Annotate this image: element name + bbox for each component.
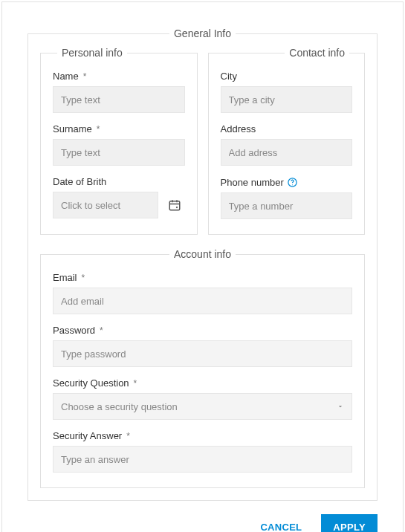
surname-field: Surname *: [53, 123, 185, 166]
help-icon[interactable]: [287, 176, 299, 188]
surname-label: Surname *: [53, 123, 185, 134]
password-label: Password *: [53, 325, 352, 336]
name-field: Name *: [53, 71, 185, 113]
city-field: City: [221, 71, 353, 113]
address-input[interactable]: [221, 139, 353, 166]
password-input[interactable]: [53, 340, 352, 367]
address-label: Address: [221, 123, 353, 134]
svg-point-6: [292, 184, 293, 185]
dob-field: Date of Brith Click to select: [53, 176, 185, 218]
chevron-down-icon: [337, 401, 344, 412]
general-fieldset: General Info Personal info Name * Surnam…: [27, 27, 378, 501]
password-field: Password *: [53, 325, 352, 367]
security-question-label: Security Question *: [53, 377, 352, 389]
general-legend: General Info: [169, 27, 236, 39]
contact-legend: Contact info: [285, 47, 349, 59]
security-answer-field: Security Answer *: [53, 430, 352, 473]
account-legend: Account info: [169, 248, 236, 260]
phone-field: Phone number: [221, 176, 353, 219]
account-fieldset: Account info Email * Password * Security…: [40, 248, 365, 488]
name-input[interactable]: [53, 86, 185, 113]
city-label: City: [221, 71, 353, 82]
top-columns: Personal info Name * Surname *: [40, 47, 365, 235]
email-field: Email *: [53, 272, 352, 314]
security-answer-input[interactable]: [53, 446, 352, 473]
dob-label: Date of Brith: [53, 176, 185, 187]
name-label: Name *: [53, 71, 185, 82]
cancel-button[interactable]: CANCEL: [248, 514, 314, 532]
form-card: General Info Personal info Name * Surnam…: [1, 1, 404, 532]
email-input[interactable]: [53, 288, 352, 314]
personal-legend: Personal info: [57, 47, 127, 59]
dob-input[interactable]: Click to select: [53, 192, 158, 218]
email-label: Email *: [53, 272, 352, 283]
calendar-icon[interactable]: [164, 195, 185, 215]
city-input[interactable]: [221, 86, 353, 113]
security-question-field: Security Question * Choose a security qu…: [53, 377, 352, 420]
phone-label: Phone number: [221, 176, 353, 188]
svg-rect-0: [169, 201, 180, 210]
phone-input[interactable]: [221, 192, 353, 219]
svg-point-4: [175, 207, 177, 208]
contact-fieldset: Contact info City Address Phone number: [208, 47, 366, 235]
surname-input[interactable]: [53, 139, 185, 166]
footer-actions: CANCEL APPLY: [27, 514, 378, 532]
apply-button[interactable]: APPLY: [321, 514, 378, 532]
security-question-select[interactable]: Choose a security question: [53, 393, 352, 420]
address-field: Address: [221, 123, 353, 166]
security-answer-label: Security Answer *: [53, 430, 352, 441]
personal-fieldset: Personal info Name * Surname *: [40, 47, 198, 235]
